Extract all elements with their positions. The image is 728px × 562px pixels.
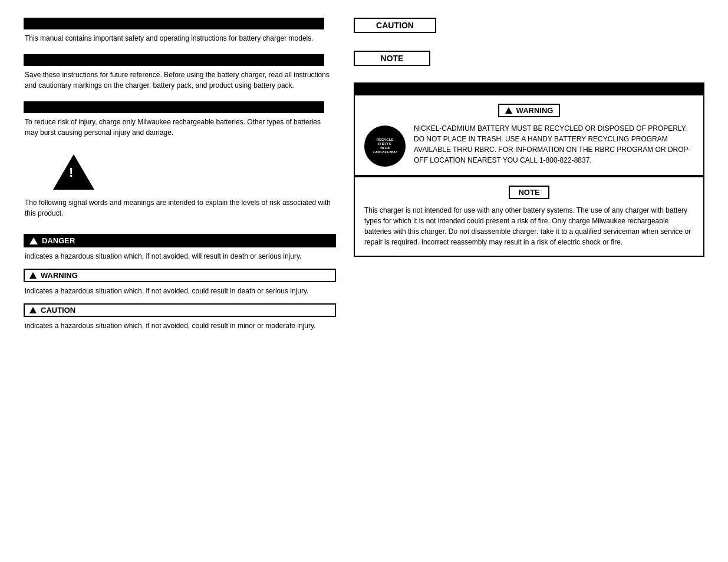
section3-header-bar (24, 101, 324, 113)
warning-badge-inline: ! WARNING (498, 104, 561, 117)
caution-badge-right: CAUTION (354, 18, 436, 33)
danger-desc: indicates a hazardous situation which, i… (24, 251, 336, 262)
recycle-inner-text: RECYCLER·B·R·CNi·Cd1·800·822·8837 (373, 138, 397, 155)
caution-desc: indicates a hazardous situation which, i… (24, 320, 336, 331)
caution-label: CAUTION (41, 306, 75, 315)
caution-badge: ! CAUTION (24, 303, 336, 317)
section2-header-bar (24, 54, 324, 66)
warning-badge: ! WARNING (24, 269, 336, 282)
left-column: This manual contains important safety an… (24, 18, 336, 544)
recycle-circle: RECYCLER·B·R·CNi·Cd1·800·822·8837 (364, 125, 406, 167)
warning-box-header: ! WARNING (364, 104, 694, 117)
section2-text: Save these instructions for future refer… (24, 70, 336, 91)
right-section-header-bar (354, 82, 704, 94)
warning-box: ! WARNING RECYCLER·B·R·CNi·Cd1·800·822·8… (354, 94, 704, 176)
triangle-note-text: The following signal words and meanings … (24, 197, 336, 219)
note-box-header: NOTE (364, 186, 694, 199)
warning-triangle-icon (53, 154, 336, 191)
warning-box-text: NICKEL-CADMIUM BATTERY MUST BE RECYCLED … (414, 123, 694, 167)
note-box-label: NOTE (518, 188, 539, 197)
caution-right-label: CAUTION (376, 21, 414, 30)
note-badge-box: NOTE (509, 186, 549, 199)
note-box-text: This charger is not intended for use wit… (364, 205, 694, 247)
section3-text: To reduce risk of injury, charge only Mi… (24, 117, 336, 138)
note-box: NOTE This charger is not intended for us… (354, 176, 704, 257)
warning-box-triangle-icon: ! (505, 107, 512, 114)
recycle-logo: RECYCLER·B·R·CNi·Cd1·800·822·8837 (364, 123, 406, 167)
warning-label: WARNING (41, 271, 78, 280)
danger-label: DANGER (42, 236, 75, 245)
note-badge-right: NOTE (354, 51, 430, 66)
right-column: CAUTION NOTE ! WARNING (354, 18, 704, 544)
warning-desc: indicates a hazardous situation which, i… (24, 286, 336, 296)
warning-box-label: WARNING (516, 106, 554, 115)
section1-text: This manual contains important safety an… (24, 33, 336, 44)
note-right-label: NOTE (381, 54, 404, 63)
danger-badge: DANGER (24, 234, 336, 247)
warning-box-body: RECYCLER·B·R·CNi·Cd1·800·822·8837 NICKEL… (364, 123, 694, 167)
section1-header-bar (24, 18, 324, 29)
caution-triangle-small-icon: ! (29, 307, 37, 313)
danger-triangle-icon (29, 237, 38, 244)
warning-triangle-small-icon: ! (29, 272, 37, 279)
